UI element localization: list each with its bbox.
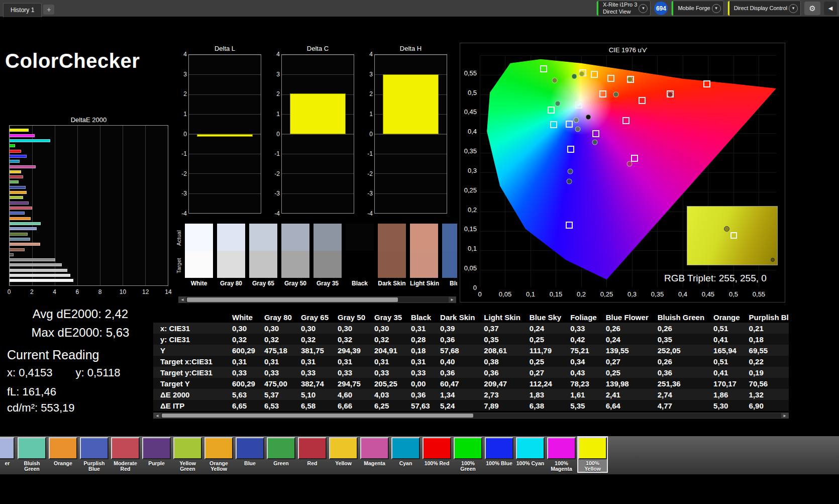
table-cell: 0,32 — [260, 334, 296, 345]
column-header: White — [228, 312, 260, 323]
y-tick-label: 0,45 — [464, 108, 477, 116]
table-cell: 0,26 — [653, 356, 709, 367]
patch-button-100-green[interactable]: 100% Green — [454, 437, 482, 472]
patch-button-red[interactable]: Red — [298, 437, 327, 472]
patch-button-100-cyan[interactable]: 100% Cyan — [516, 437, 545, 472]
patch-button-label: 100% Magenta — [547, 459, 576, 472]
patch-button-bluish-green[interactable]: Bluish Green — [18, 437, 46, 472]
patch-button-yellow[interactable]: Yellow — [329, 437, 358, 472]
table-cell: 0,25 — [525, 334, 566, 345]
strip-patch-gray-65[interactable]: Gray 65 — [249, 224, 277, 287]
table-cell: 0,42 — [566, 334, 601, 345]
table-cell: 4,77 — [653, 400, 709, 411]
deltae-bar — [10, 233, 28, 236]
chevron-down-icon[interactable]: ▾ — [639, 4, 648, 13]
delta-l-chart — [188, 54, 261, 214]
deltae-bar — [10, 201, 29, 205]
table-cell: 0,33 — [566, 323, 601, 334]
target-marker — [703, 80, 710, 87]
patch-button-blue[interactable]: Blue — [236, 437, 264, 472]
patch-button-moderate-red[interactable]: Moderate Red — [111, 437, 140, 472]
table-cell: 0,27 — [601, 356, 653, 367]
meter-dropdown[interactable]: X-Rite i1Pro 3 Direct View ▾ — [596, 1, 651, 16]
table-cell: 382,74 — [296, 378, 333, 389]
patch-button-orange-yellow[interactable]: Orange Yellow — [204, 437, 233, 472]
y-tick-label: 0 — [276, 131, 280, 138]
cie-x-axis: 00,050,10,150,20,250,30,350,40,450,50,55 — [480, 290, 776, 298]
patch-button-cyan[interactable]: Cyan — [391, 437, 420, 472]
table-cell: 0,37 — [479, 323, 525, 334]
patch-strip-scrollbar[interactable]: ◄ ► — [178, 296, 456, 303]
reading-footlamberts: fL: 161,46 — [7, 385, 56, 398]
display-control-dropdown[interactable]: Direct Display Control ▾ — [727, 1, 801, 16]
scroll-right-icon[interactable]: ► — [781, 413, 788, 418]
patch-button-green[interactable]: Green — [267, 437, 295, 472]
scrollbar-thumb[interactable] — [187, 297, 398, 302]
y-tick-label: 3 — [369, 71, 373, 78]
patch-button-orange[interactable]: Orange — [49, 437, 77, 472]
inset-corner-marker — [771, 258, 775, 262]
strip-patch-gray-50[interactable]: Gray 50 — [281, 224, 309, 287]
strip-patch-gray-35[interactable]: Gray 35 — [313, 224, 342, 287]
patch-swatch — [142, 437, 171, 459]
patch-button-magenta[interactable]: Magenta — [360, 437, 389, 472]
chevron-down-icon[interactable]: ▾ — [789, 4, 798, 13]
actual-swatch — [217, 224, 245, 251]
deltae-summary: Avg dE2000: 2,42 Max dE2000: 5,63 — [5, 305, 156, 342]
scroll-left-icon[interactable]: ◄ — [154, 413, 161, 418]
table-cell: 0,19 — [745, 367, 789, 378]
patch-button-100-blue[interactable]: 100% Blue — [485, 437, 513, 472]
deltae-bar — [10, 279, 73, 282]
patch-button-label: Blue — [236, 459, 264, 466]
table-cell: 204,91 — [370, 345, 406, 356]
patch-button-label: 100% Blue — [485, 459, 513, 466]
collapse-panel-button[interactable]: ◀ — [824, 2, 837, 15]
y-tick-label: 0,15 — [464, 225, 477, 233]
patch-button-100-magenta[interactable]: 100% Magenta — [547, 437, 576, 472]
table-cell: 294,39 — [333, 345, 370, 356]
column-header: Black — [406, 312, 436, 323]
patch-button-purple[interactable]: Purple — [142, 437, 171, 472]
patch-button-yellow-green[interactable]: Yellow Green — [173, 437, 202, 472]
results-table-scrollbar[interactable]: ◄ ► — [153, 413, 789, 419]
delta-h-y-axis: 43210-1-2-3-4 — [360, 54, 373, 214]
table-cell: 0,36 — [436, 367, 479, 378]
measurement-marker — [579, 71, 584, 77]
scrollbar-thumb[interactable] — [162, 414, 473, 418]
table-cell: 0,30 — [260, 323, 296, 334]
table-cell: 0,41 — [709, 367, 745, 378]
strip-patch-white[interactable]: White — [185, 224, 213, 287]
history-tab[interactable]: History 1 — [3, 3, 42, 17]
deltae-bar — [10, 139, 50, 142]
table-cell: 0,35 — [653, 334, 709, 345]
strip-patch-gray-80[interactable]: Gray 80 — [217, 224, 245, 287]
y-tick-label: -3 — [367, 190, 373, 197]
scroll-right-icon[interactable]: ► — [449, 297, 456, 303]
settings-button[interactable]: ⚙ — [804, 2, 820, 15]
chevron-down-icon[interactable]: ▾ — [712, 4, 721, 13]
patch-swatch — [391, 437, 420, 459]
y-tick-label: 2 — [369, 90, 373, 97]
target-swatch — [217, 251, 245, 278]
deltae-bar — [10, 150, 21, 153]
strip-patch-light-skin[interactable]: Light Skin — [410, 224, 438, 287]
table-cell: 6,38 — [525, 400, 566, 411]
top-bar: History 1 + X-Rite i1Pro 3 Direct View ▾… — [0, 0, 839, 17]
patch-button-100-yellow[interactable]: 100% Yellow — [578, 437, 607, 472]
table-cell: 0,30 — [370, 323, 406, 334]
patch-button-100-red[interactable]: 100% Red — [423, 437, 451, 472]
measurement-marker — [552, 77, 558, 83]
strip-patch-dark-skin[interactable]: Dark Skin — [378, 224, 406, 287]
patch-button-purplish-blue[interactable]: Purplish Blue — [80, 437, 109, 472]
strip-patch-black[interactable]: Black — [346, 224, 374, 287]
source-dropdown[interactable]: Mobile Forge ▾ — [671, 1, 723, 16]
scroll-left-icon[interactable]: ◄ — [179, 297, 186, 303]
patch-button-clipped[interactable]: er — [0, 437, 15, 466]
add-tab-button[interactable]: + — [43, 5, 54, 15]
target-marker — [592, 130, 599, 137]
patch-swatch — [204, 437, 233, 459]
target-marker — [575, 102, 582, 109]
table-row: ΔE 20005,635,375,104,604,030,361,342,731… — [153, 389, 789, 400]
table-cell: 0,36 — [406, 389, 436, 400]
table-cell: 165,94 — [709, 345, 745, 356]
